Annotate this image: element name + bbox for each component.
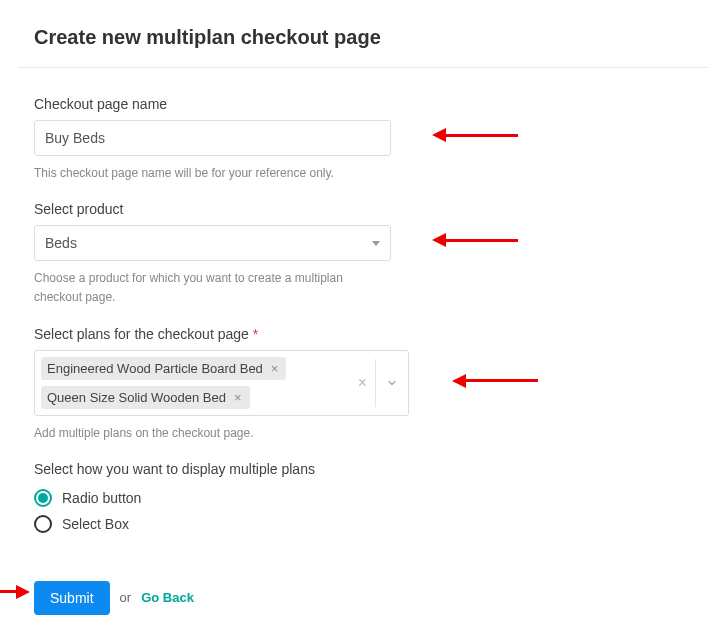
remove-chip-icon[interactable]: × <box>232 390 244 405</box>
submit-button[interactable]: Submit <box>34 581 110 615</box>
multiselect-dropdown-toggle[interactable] <box>376 351 408 415</box>
plans-label: Select plans for the checkout page * <box>34 326 692 342</box>
form-body: Checkout page name This checkout page na… <box>0 68 726 561</box>
display-radio-group: Radio button Select Box <box>34 489 692 533</box>
chevron-down-icon <box>372 241 380 246</box>
required-marker: * <box>253 326 258 342</box>
field-group-product: Select product Beds Choose a product for… <box>34 201 692 307</box>
name-helper: This checkout page name will be for your… <box>34 164 394 183</box>
chevron-down-icon <box>386 377 398 389</box>
plan-chip: Queen Size Solid Wooden Bed × <box>41 386 250 409</box>
product-value: Beds <box>45 235 77 251</box>
clear-all-icon[interactable]: × <box>350 351 375 415</box>
plan-chip: Engineered Wood Particle Board Bed × <box>41 357 286 380</box>
go-back-link[interactable]: Go Back <box>141 590 194 605</box>
radio-option-label: Radio button <box>62 490 141 506</box>
page-title: Create new multiplan checkout page <box>34 26 692 49</box>
radio-option-select-box[interactable]: Select Box <box>34 515 692 533</box>
annotation-arrow-2 <box>432 233 518 247</box>
radio-option-label: Select Box <box>62 516 129 532</box>
radio-icon-unselected <box>34 515 52 533</box>
product-select[interactable]: Beds <box>34 225 391 261</box>
page-header: Create new multiplan checkout page <box>0 0 726 67</box>
or-text: or <box>120 590 132 605</box>
field-group-display: Select how you want to display multiple … <box>34 461 692 533</box>
annotation-arrow-3 <box>452 374 538 388</box>
remove-chip-icon[interactable]: × <box>269 361 281 376</box>
plans-multiselect[interactable]: Engineered Wood Particle Board Bed × Que… <box>34 350 409 416</box>
product-label: Select product <box>34 201 692 217</box>
plan-chip-label: Queen Size Solid Wooden Bed <box>47 390 226 405</box>
field-group-name: Checkout page name This checkout page na… <box>34 96 692 183</box>
product-helper: Choose a product for which you want to c… <box>34 269 394 307</box>
name-input[interactable] <box>34 120 391 156</box>
plans-helper: Add multiple plans on the checkout page. <box>34 424 394 443</box>
name-label: Checkout page name <box>34 96 692 112</box>
display-label: Select how you want to display multiple … <box>34 461 692 477</box>
form-footer: Submit or Go Back <box>0 561 726 639</box>
annotation-arrow-4 <box>0 585 30 599</box>
plan-chip-label: Engineered Wood Particle Board Bed <box>47 361 263 376</box>
radio-icon-selected <box>34 489 52 507</box>
plans-chips: Engineered Wood Particle Board Bed × Que… <box>35 351 350 415</box>
field-group-plans: Select plans for the checkout page * Eng… <box>34 326 692 443</box>
annotation-arrow-1 <box>432 128 518 142</box>
radio-option-radio-button[interactable]: Radio button <box>34 489 692 507</box>
